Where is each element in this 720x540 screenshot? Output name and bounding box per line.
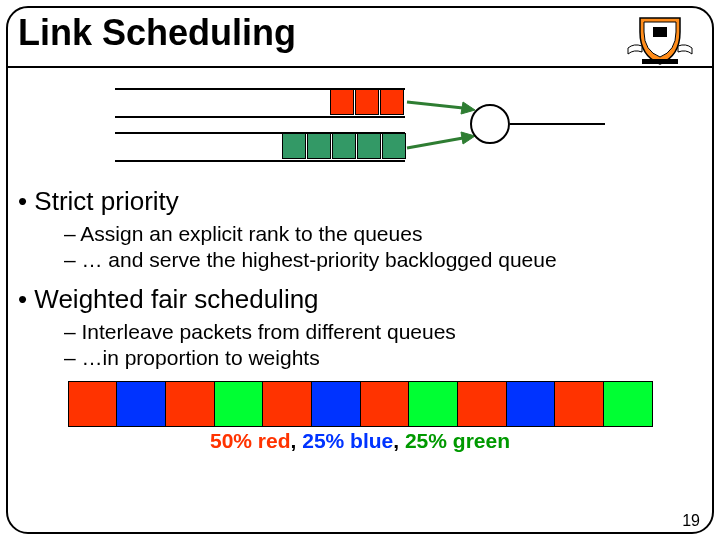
packet-green bbox=[282, 133, 306, 159]
bullet-weighted-fair: • Weighted fair scheduling bbox=[18, 284, 702, 315]
caption-green: 25% green bbox=[405, 429, 510, 452]
bullet-sub: – …in proportion to weights bbox=[64, 345, 702, 371]
caption-sep: , bbox=[291, 429, 303, 452]
wfs-cell-green bbox=[604, 382, 652, 426]
arrow-icon bbox=[405, 90, 475, 120]
wfs-cell-red bbox=[166, 382, 215, 426]
wfs-cell-red bbox=[263, 382, 312, 426]
bullet-strict-priority: • Strict priority bbox=[18, 186, 702, 217]
scheduler-node-icon bbox=[470, 104, 510, 144]
content-area: • Strict priority – Assign an explicit r… bbox=[18, 80, 702, 453]
wfs-cell-green bbox=[215, 382, 264, 426]
svg-line-2 bbox=[407, 102, 463, 108]
title-separator bbox=[8, 66, 712, 68]
svg-rect-1 bbox=[642, 59, 678, 64]
page-number: 19 bbox=[682, 512, 700, 530]
bullet-sub: – Assign an explicit rank to the queues bbox=[64, 221, 702, 247]
bullet-sub: – Interleave packets from different queu… bbox=[64, 319, 702, 345]
bullet-sub-group: – Assign an explicit rank to the queues … bbox=[64, 221, 702, 274]
bullet-sub-group: – Interleave packets from different queu… bbox=[64, 319, 702, 372]
caption-sep: , bbox=[393, 429, 405, 452]
queue-line bbox=[115, 160, 405, 162]
packet-red bbox=[330, 89, 354, 115]
wfs-cell-blue bbox=[507, 382, 556, 426]
arrow-icon bbox=[405, 128, 475, 158]
bullet-sub: – … and serve the highest-priority backl… bbox=[64, 247, 702, 273]
wfs-cell-blue bbox=[312, 382, 361, 426]
output-link-line bbox=[510, 123, 605, 125]
wfs-cell-red bbox=[69, 382, 118, 426]
wfs-cell-red bbox=[361, 382, 410, 426]
wfs-cell-blue bbox=[117, 382, 166, 426]
wfs-cell-red bbox=[555, 382, 604, 426]
wfs-packet-sequence bbox=[68, 381, 653, 427]
packet-green bbox=[382, 133, 406, 159]
wfs-caption: 50% red, 25% blue, 25% green bbox=[18, 429, 702, 453]
packet-green bbox=[357, 133, 381, 159]
caption-blue: 25% blue bbox=[302, 429, 393, 452]
svg-line-4 bbox=[407, 138, 463, 148]
packet-red bbox=[380, 89, 404, 115]
wfs-cell-green bbox=[409, 382, 458, 426]
queue-diagram bbox=[115, 80, 605, 180]
queue-line bbox=[115, 116, 405, 118]
caption-red: 50% red bbox=[210, 429, 291, 452]
packet-green bbox=[307, 133, 331, 159]
packet-red bbox=[355, 89, 379, 115]
svg-rect-0 bbox=[653, 27, 667, 37]
slide-title: Link Scheduling bbox=[18, 12, 296, 54]
packet-green bbox=[332, 133, 356, 159]
princeton-crest-icon bbox=[620, 14, 700, 68]
wfs-cell-red bbox=[458, 382, 507, 426]
